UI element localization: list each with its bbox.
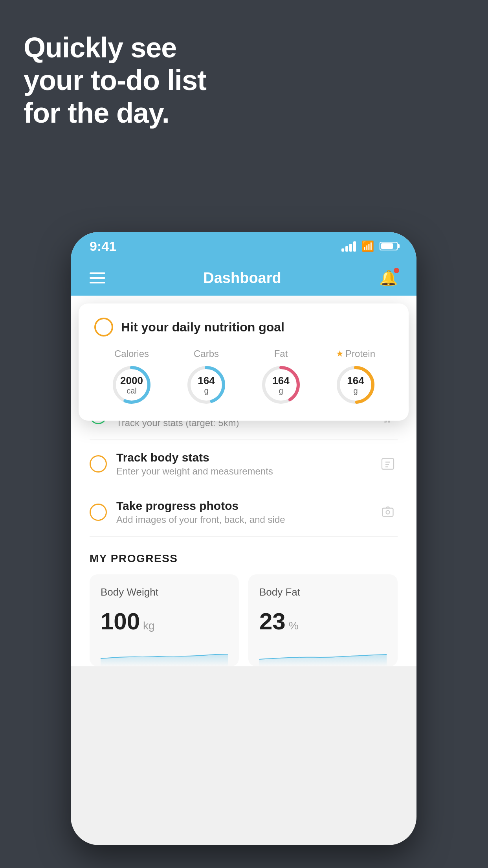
signal-icon (341, 241, 356, 252)
scale-icon (378, 454, 398, 474)
app-content: THINGS TO DO TODAY Hit your daily nutrit… (71, 296, 416, 666)
nav-bar: Dashboard 🔔 (71, 260, 416, 296)
wifi-icon: 📶 (361, 240, 374, 252)
todo-item-photos[interactable]: Take progress photos Add images of your … (90, 488, 398, 537)
star-icon: ★ (336, 349, 344, 359)
card-check-circle (94, 318, 113, 337)
photo-icon (378, 502, 398, 522)
protein-ring: 164 g (334, 363, 377, 406)
progress-header: MY PROGRESS (90, 552, 398, 565)
phone-mockup: 9:41 📶 Dashboard 🔔 (71, 232, 416, 845)
calories-ring: 2000 cal (110, 363, 153, 406)
nutrition-fat: Fat 164 g (259, 348, 303, 406)
fat-ring: 164 g (259, 363, 303, 406)
todo-item-body-stats[interactable]: Track body stats Enter your weight and m… (90, 440, 398, 488)
battery-icon (380, 242, 398, 250)
progress-section: MY PROGRESS Body Weight 100 kg (71, 537, 416, 666)
headline: Quickly see your to-do list for the day. (24, 31, 206, 129)
bell-icon[interactable]: 🔔 (379, 269, 398, 287)
notification-dot (394, 268, 399, 273)
todo-circle-body-stats (90, 455, 107, 473)
status-icons: 📶 (341, 240, 398, 252)
status-bar: 9:41 📶 (71, 232, 416, 260)
svg-rect-8 (382, 459, 394, 469)
body-weight-card[interactable]: Body Weight 100 kg (90, 574, 239, 666)
todo-text-photos: Take progress photos Add images of your … (116, 499, 378, 525)
todo-circle-photos (90, 504, 107, 521)
nutrition-calories: Calories 2000 cal (110, 348, 153, 406)
carbs-ring: 164 g (185, 363, 228, 406)
svg-rect-12 (383, 508, 393, 517)
body-fat-chart (259, 643, 387, 666)
status-time: 9:41 (90, 239, 116, 254)
nav-title: Dashboard (203, 270, 281, 287)
nutrition-protein: ★ Protein 164 g (334, 348, 377, 406)
svg-point-13 (386, 511, 390, 514)
nutrition-grid: Calories 2000 cal (94, 348, 393, 406)
progress-cards: Body Weight 100 kg (90, 574, 398, 666)
todo-text-body-stats: Track body stats Enter your weight and m… (116, 451, 378, 477)
body-fat-card[interactable]: Body Fat 23 % (248, 574, 398, 666)
hamburger-menu[interactable] (90, 272, 105, 283)
nutrition-card: Hit your daily nutrition goal Calories 2 (79, 303, 409, 421)
card-title: Hit your daily nutrition goal (121, 320, 284, 335)
nutrition-carbs: Carbs 164 g (185, 348, 228, 406)
body-weight-chart (101, 643, 228, 666)
